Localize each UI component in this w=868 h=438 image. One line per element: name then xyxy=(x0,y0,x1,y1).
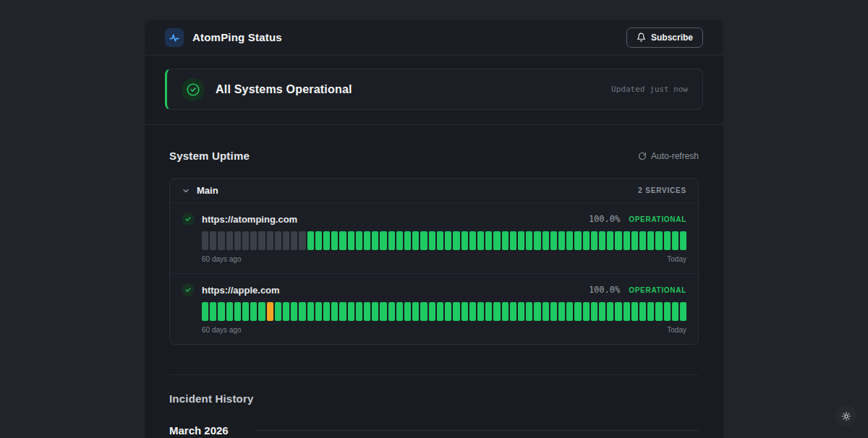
uptime-bar-up xyxy=(647,302,654,321)
uptime-bar-up xyxy=(502,231,509,250)
service-url-link[interactable]: https://atomping.com xyxy=(202,214,297,225)
service-status-badge xyxy=(182,212,195,226)
main-section: System Uptime Auto-refresh Main 2 SERVIC… xyxy=(145,150,723,437)
uptime-bar-up xyxy=(574,231,581,250)
bell-icon xyxy=(637,33,646,42)
uptime-bar-empty xyxy=(202,231,208,250)
uptime-bar-up xyxy=(502,302,509,321)
uptime-bar-up xyxy=(534,302,540,321)
uptime-bar-up xyxy=(404,302,411,321)
auto-refresh-indicator[interactable]: Auto-refresh xyxy=(638,151,699,161)
uptime-bar-up xyxy=(445,302,451,321)
subscribe-label: Subscribe xyxy=(651,33,693,43)
uptime-bar-up xyxy=(453,302,459,321)
uptime-bar-up xyxy=(639,231,646,250)
service-uptime-pct: 100.0% xyxy=(589,214,620,224)
uptime-bar-up xyxy=(275,302,281,321)
group-header-main[interactable]: Main 2 SERVICES xyxy=(170,179,698,203)
uptime-bar-up xyxy=(291,302,297,321)
month-divider-line xyxy=(257,430,699,431)
uptime-bar-up xyxy=(348,302,354,321)
uptime-bar-up xyxy=(202,302,208,321)
service-uptime-pct: 100.0% xyxy=(589,285,620,295)
uptime-bar-up xyxy=(364,231,370,250)
incident-month-row: March 2026 xyxy=(169,424,699,437)
uptime-bar-empty xyxy=(275,231,281,250)
uptime-bar-up xyxy=(518,302,524,321)
uptime-bar-up xyxy=(453,231,459,250)
uptime-bar-up xyxy=(437,231,443,250)
refresh-icon xyxy=(638,152,647,160)
service-row-apple: https://apple.com 100.0% OPERATIONAL 60 … xyxy=(170,273,698,344)
uptime-bar-up xyxy=(493,302,500,321)
uptime-bar-up xyxy=(526,231,532,250)
uptime-bar-up xyxy=(323,302,330,321)
uptime-bar-up xyxy=(664,231,671,250)
uptime-bar-empty xyxy=(283,231,289,250)
uptime-bar-up xyxy=(331,302,338,321)
uptime-bar-up xyxy=(518,231,524,250)
uptime-bar-up xyxy=(420,302,427,321)
status-page-column: AtomPing Status Subscribe All Systems Op… xyxy=(145,20,723,438)
uptime-bar-up xyxy=(234,302,241,321)
uptime-bars xyxy=(202,231,686,250)
service-url-link[interactable]: https://apple.com xyxy=(202,285,280,296)
uptime-bar-up xyxy=(372,231,378,250)
uptime-bar-up xyxy=(461,302,468,321)
uptime-bar-up xyxy=(655,302,662,321)
check-icon xyxy=(184,215,192,223)
service-status-label: OPERATIONAL xyxy=(629,215,686,223)
uptime-bar-up xyxy=(315,302,322,321)
uptime-bar-up xyxy=(250,302,257,321)
uptime-bars-wrap: 60 days ago Today xyxy=(202,302,686,334)
subscribe-button[interactable]: Subscribe xyxy=(626,27,703,48)
uptime-bar-up xyxy=(380,302,386,321)
uptime-bar-up xyxy=(331,231,338,250)
theme-toggle-button[interactable] xyxy=(835,405,856,426)
chevron-down-icon xyxy=(182,186,190,195)
uptime-bar-up xyxy=(510,231,516,250)
uptime-bar-up xyxy=(356,231,362,250)
uptime-bar-up xyxy=(429,302,435,321)
overall-status-text: All Systems Operational xyxy=(216,83,352,96)
uptime-bar-up xyxy=(445,231,451,250)
uptime-bar-up xyxy=(542,231,549,250)
range-end-label: Today xyxy=(667,326,686,334)
uptime-bar-empty xyxy=(226,231,233,250)
uptime-bar-up xyxy=(226,302,233,321)
uptime-bars-footer: 60 days ago Today xyxy=(202,255,686,263)
uptime-bar-up xyxy=(558,302,565,321)
uptime-bar-up xyxy=(339,231,346,250)
uptime-bar-up xyxy=(348,231,354,250)
page-title: AtomPing Status xyxy=(192,31,282,43)
section-divider xyxy=(169,374,699,375)
uptime-bar-up xyxy=(664,302,671,321)
uptime-bar-up xyxy=(566,231,573,250)
uptime-bar-up xyxy=(323,231,330,250)
uptime-bar-empty xyxy=(234,231,241,250)
uptime-bar-up xyxy=(607,302,613,321)
uptime-bar-up xyxy=(437,302,443,321)
uptime-bar-up xyxy=(469,302,476,321)
uptime-bar-up xyxy=(429,231,435,250)
uptime-bar-up xyxy=(210,302,216,321)
service-status-badge xyxy=(182,283,195,296)
uptime-heading: System Uptime xyxy=(169,150,250,162)
service-title-row: https://apple.com 100.0% OPERATIONAL xyxy=(182,283,686,296)
service-title-row: https://atomping.com 100.0% OPERATIONAL xyxy=(182,212,686,226)
uptime-bar-up xyxy=(583,302,590,321)
uptime-bar-up xyxy=(364,302,370,321)
pulse-icon xyxy=(169,32,180,43)
uptime-bar-up xyxy=(655,231,662,250)
uptime-bar-up xyxy=(339,302,346,321)
uptime-bar-up xyxy=(534,231,540,250)
uptime-bar-up xyxy=(380,231,386,250)
uptime-bar-up xyxy=(574,302,581,321)
uptime-bar-empty xyxy=(258,231,265,250)
uptime-bar-up xyxy=(624,302,630,321)
uptime-bar-up xyxy=(396,231,403,250)
incident-history-heading: Incident History xyxy=(169,392,699,405)
uptime-bars-wrap: 60 days ago Today xyxy=(202,231,686,263)
uptime-bar-up xyxy=(242,302,249,321)
check-circle-icon xyxy=(185,82,201,98)
